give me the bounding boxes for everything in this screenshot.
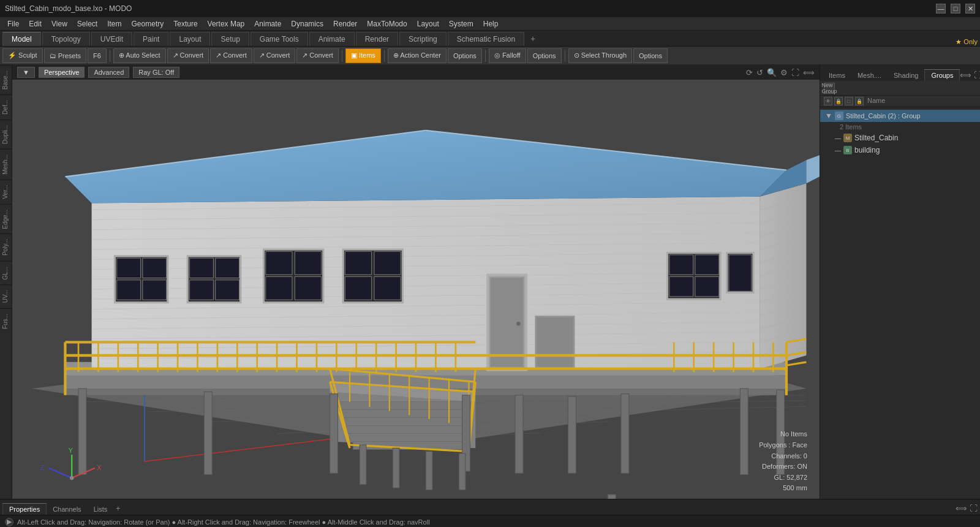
item-arrow: —: [835, 135, 841, 142]
lock2-icon[interactable]: 🔒: [855, 97, 864, 105]
mode-tab-render[interactable]: Render: [356, 32, 398, 46]
tab-groups[interactable]: Groups: [924, 69, 960, 81]
svg-rect-56: [216, 258, 239, 278]
toolbar-btn-options1[interactable]: Options: [448, 48, 482, 63]
toolbar-btn-items[interactable]: ▣ Items: [345, 48, 381, 63]
toolbar-btn-convert2[interactable]: ↗ Convert: [210, 48, 252, 63]
add-mode-tab-btn[interactable]: +: [526, 31, 540, 46]
menu-item-system[interactable]: System: [444, 18, 478, 29]
vis-icon[interactable]: 👁: [824, 97, 832, 105]
refresh-icon[interactable]: ↺: [756, 68, 763, 77]
settings-icon[interactable]: ⚙: [780, 68, 788, 77]
bottom-expand-icon[interactable]: ⟺: [956, 504, 967, 513]
mode-tab-uvedit[interactable]: UVEdit: [91, 32, 132, 46]
menu-item-geometry[interactable]: Geometry: [127, 18, 169, 29]
toolbar-btn-convert1[interactable]: ↗ Convert: [167, 48, 209, 63]
toolbar-btn-presets[interactable]: 🗂 Presets: [44, 48, 86, 63]
lock-icon[interactable]: 🔒: [834, 97, 843, 105]
toolbar-btn-selectThrough[interactable]: ⊙ Select Through: [568, 48, 632, 63]
raygl-btn[interactable]: Ray GL: Off: [133, 67, 179, 78]
menu-item-render[interactable]: Render: [328, 18, 362, 29]
left-tab-edge[interactable]: Edge...: [0, 204, 12, 234]
mode-tab-paint[interactable]: Paint: [134, 32, 168, 46]
arrows-icon[interactable]: ⟺: [803, 68, 815, 77]
close-button[interactable]: ✕: [965, 4, 975, 13]
menu-item-animate[interactable]: Animate: [249, 18, 286, 29]
menu-item-file[interactable]: File: [2, 18, 24, 29]
left-tab-fus[interactable]: Fus...: [0, 308, 12, 334]
mode-tab-scripting[interactable]: Scripting: [399, 32, 447, 46]
tab-shading[interactable]: Shading: [888, 69, 924, 81]
left-tab-dupli[interactable]: Dupli...: [0, 119, 12, 149]
left-tab-mesh[interactable]: Mesh...: [0, 149, 12, 180]
menu-item-layout[interactable]: Layout: [412, 18, 444, 29]
toolbar-btn-f6[interactable]: F6: [88, 48, 107, 63]
left-tab-uv[interactable]: UV...: [0, 284, 12, 308]
svg-rect-52: [143, 280, 167, 300]
tree-item-building[interactable]: — B building: [820, 144, 980, 156]
square-icon[interactable]: □: [845, 97, 853, 105]
search-icon[interactable]: 🔍: [767, 68, 777, 77]
popout-rp-icon[interactable]: ⛶: [974, 70, 980, 80]
left-tab-gl[interactable]: GL...: [0, 261, 12, 285]
group-name: Stilted_Cabin (2) : Group: [846, 112, 921, 119]
svg-rect-76: [695, 276, 719, 296]
left-tab-base[interactable]: Base...: [0, 65, 12, 94]
mode-tab-setup[interactable]: Setup: [211, 32, 249, 46]
toolbar-btn-actionCenter[interactable]: ⊕ Action Center: [388, 48, 447, 63]
menu-item-view[interactable]: View: [47, 18, 72, 29]
menu-item-dynamics[interactable]: Dynamics: [286, 18, 328, 29]
toolbar-btn-autoSelect[interactable]: ⊕ Auto Select: [113, 48, 166, 63]
toolbar-btn-convert4[interactable]: ↗ Convert: [296, 48, 339, 63]
left-tab-def[interactable]: Def...: [0, 94, 12, 119]
menu-item-maxtomodo[interactable]: MaxToModo: [362, 18, 412, 29]
advanced-btn[interactable]: Advanced: [88, 67, 129, 78]
mode-tab-layout[interactable]: Layout: [170, 32, 210, 46]
tab-properties[interactable]: Properties: [2, 503, 47, 515]
perspective-btn[interactable]: Perspective: [39, 67, 85, 78]
toolbar-btn-convert3[interactable]: ↗ Convert: [254, 48, 296, 63]
toolbar-btn-options3[interactable]: Options: [633, 48, 668, 63]
toolbar-btn-falloff[interactable]: ◎ Falloff: [489, 48, 526, 63]
mode-tab-game-tools[interactable]: Game Tools: [251, 32, 308, 46]
mode-tab-topology[interactable]: Topology: [42, 32, 90, 46]
menu-item-select[interactable]: Select: [72, 18, 102, 29]
expand-arrow: ▼: [825, 112, 832, 120]
bottom-left-btn[interactable]: ▶: [5, 518, 13, 526]
tab-lists[interactable]: Lists: [88, 503, 114, 515]
toolbar-btn-sculpt[interactable]: ⚡ Sculpt: [2, 48, 43, 63]
mode-tab-model[interactable]: Model: [2, 32, 41, 46]
left-tab-poly[interactable]: Poly...: [0, 233, 12, 260]
left-tab-ver[interactable]: Ver...: [0, 180, 12, 204]
new-group-label: New Group: [820, 82, 840, 94]
expand-icon[interactable]: ⛶: [791, 68, 799, 77]
collapse-btn[interactable]: ▼: [17, 67, 35, 78]
mesh-icon: M: [843, 134, 852, 142]
svg-rect-63: [266, 276, 292, 300]
main-layout: Base...Def...Dupli...Mesh...Ver...Edge..…: [0, 65, 980, 499]
mode-tab-animate[interactable]: Animate: [309, 32, 355, 46]
viewport[interactable]: ▼ Perspective Advanced Ray GL: Off ⟳ ↺ 🔍…: [12, 65, 820, 499]
tab-channels[interactable]: Channels: [47, 503, 87, 515]
tree-group-stilted-cabin[interactable]: ▼ G Stilted_Cabin (2) : Group: [820, 110, 980, 122]
toolbar: ⚡ Sculpt🗂 PresetsF6⊕ Auto Select↗ Conver…: [0, 47, 980, 65]
new-group-btn[interactable]: New Group: [824, 83, 835, 94]
menu-item-help[interactable]: Help: [478, 18, 503, 29]
orbit-icon[interactable]: ⟳: [746, 68, 753, 77]
menu-item-texture[interactable]: Texture: [168, 18, 202, 29]
menu-item-vertex map[interactable]: Vertex Map: [203, 18, 250, 29]
left-sidebar: Base...Def...Dupli...Mesh...Ver...Edge..…: [0, 65, 12, 499]
toolbar-btn-options2[interactable]: Options: [527, 48, 562, 63]
minimize-button[interactable]: —: [936, 4, 946, 13]
mode-tab-schematic-fusion[interactable]: Schematic Fusion: [448, 32, 524, 46]
tab-mesh[interactable]: Mesh....: [851, 69, 888, 81]
expand-rp-icon[interactable]: ⟺: [960, 70, 971, 80]
menu-item-edit[interactable]: Edit: [24, 18, 47, 29]
tab-items[interactable]: Items: [823, 69, 851, 81]
bottom-popout-icon[interactable]: ⛶: [970, 504, 978, 513]
maximize-button[interactable]: □: [951, 4, 960, 13]
tree-item-stilted-cabin[interactable]: — M Stilted_Cabin: [820, 132, 980, 144]
scene-canvas[interactable]: X Z Y No Items Polygons : Face Channels:…: [12, 80, 820, 499]
add-tab-btn[interactable]: +: [116, 504, 120, 515]
menu-item-item[interactable]: Item: [102, 18, 126, 29]
